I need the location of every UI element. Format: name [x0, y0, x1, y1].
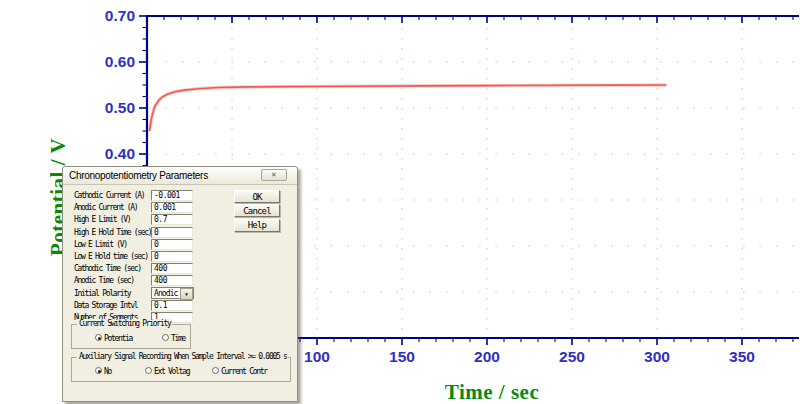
- radio-label-current-contr[interactable]: Current Contr: [221, 367, 267, 376]
- close-button[interactable]: ✕: [261, 169, 287, 181]
- input-high-e-hold-time-sec[interactable]: [151, 227, 193, 238]
- y-tick-label: 0.50: [105, 99, 135, 116]
- radio-current-contr[interactable]: [212, 367, 219, 374]
- ok-button[interactable]: OK: [234, 190, 280, 203]
- group-auxiliary-signal-recording-when-sample-i: Auxiliary Signal Recording When Sample I…: [71, 357, 291, 382]
- input-anodic-time-sec[interactable]: [151, 275, 193, 286]
- field-label-low-e-hold-time-sec: Low E Hold time (sec): [74, 251, 148, 262]
- radio-label-no[interactable]: No: [104, 367, 111, 376]
- radio-no[interactable]: [95, 367, 102, 374]
- chevron-down-icon[interactable]: ▼: [180, 288, 193, 300]
- input-high-e-limit-v[interactable]: [151, 214, 193, 225]
- radio-label-ext-voltag[interactable]: Ext Voltag: [154, 367, 189, 376]
- group-title: Auxiliary Signal Recording When Sample I…: [77, 352, 288, 361]
- input-low-e-limit-v[interactable]: [151, 239, 193, 250]
- curve: [150, 85, 666, 130]
- x-axis-title: Time / sec: [445, 380, 539, 404]
- y-tick-label: 0.40: [105, 145, 135, 162]
- x-tick-label: 150: [389, 348, 415, 365]
- field-label-high-e-hold-time-sec: High E Hold Time (sec): [74, 227, 151, 238]
- curve-halo: [150, 85, 666, 130]
- dialog-title: Chronopotentiometry Parameters: [69, 170, 208, 181]
- y-tick-label: 0.70: [105, 7, 135, 24]
- radio-time[interactable]: [162, 334, 169, 341]
- radio-label-potentia[interactable]: Potentia: [104, 334, 132, 343]
- select-initial-polarity[interactable]: Anodic▼: [151, 287, 194, 299]
- field-label-low-e-limit-v: Low E Limit (V): [74, 239, 127, 250]
- input-low-e-hold-time-sec[interactable]: [151, 251, 193, 262]
- input-cathodic-time-sec[interactable]: [151, 263, 193, 274]
- radio-ext-voltag[interactable]: [145, 367, 152, 374]
- radio-potentia[interactable]: [95, 334, 102, 341]
- help-button[interactable]: Help: [234, 219, 280, 232]
- field-label-cathodic-current-a: Cathodic Current (A): [74, 190, 144, 201]
- group-current-switching-priority: Current Switching PriorityPotentiaTime: [71, 324, 191, 349]
- field-label-high-e-limit-v: High E Limit (V): [74, 214, 130, 225]
- x-tick-label: 350: [729, 348, 755, 365]
- field-label-anodic-current-a: Anodic Current (A): [74, 202, 137, 213]
- field-label-data-storage-intvl: Data Storage Intvl: [74, 300, 137, 311]
- input-anodic-current-a[interactable]: [151, 202, 193, 213]
- dialog-titlebar[interactable]: Chronopotentiometry Parameters ✕: [63, 167, 297, 185]
- x-tick-label: 200: [474, 348, 500, 365]
- cancel-button[interactable]: Cancel: [234, 204, 280, 217]
- y-tick-label: 0.60: [105, 53, 135, 70]
- field-label-anodic-time-sec: Anodic Time (sec): [74, 275, 134, 286]
- radio-label-time[interactable]: Time: [171, 334, 185, 343]
- x-tick-label: 250: [559, 348, 585, 365]
- input-cathodic-current-a[interactable]: [151, 190, 193, 201]
- input-data-storage-intvl[interactable]: [151, 300, 193, 311]
- x-tick-label: 300: [644, 348, 670, 365]
- close-icon: ✕: [271, 171, 277, 179]
- chronopotentiometry-parameters-dialog: Chronopotentiometry Parameters ✕ Cathodi…: [62, 166, 298, 402]
- field-label-initial-polarity: Initial Polarity: [74, 288, 130, 299]
- field-label-cathodic-time-sec: Cathodic Time (sec): [74, 263, 141, 274]
- x-tick-label: 100: [304, 348, 330, 365]
- select-value: Anodic: [154, 289, 178, 298]
- group-title: Current Switching Priority: [77, 319, 172, 328]
